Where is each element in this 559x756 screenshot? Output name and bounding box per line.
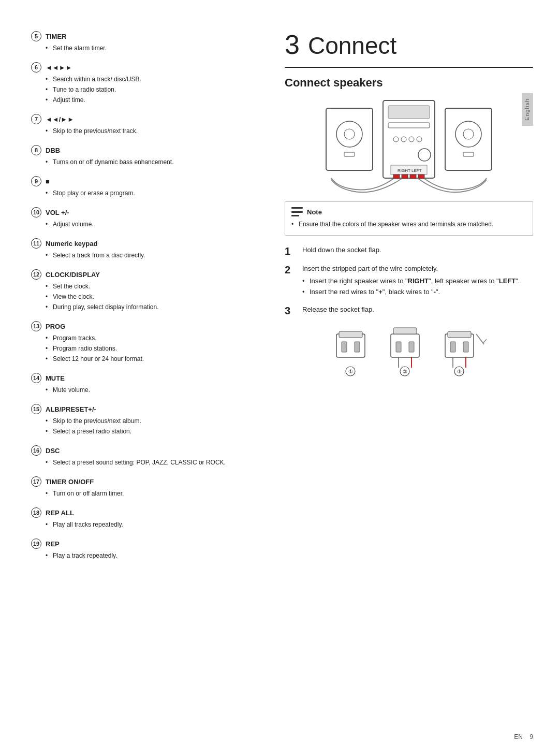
item-header: 6◄◄►► xyxy=(31,62,259,72)
left-item: 19REPPlay a track repeatedly. xyxy=(31,539,259,560)
item-number: 6 xyxy=(31,62,41,72)
item-number: 10 xyxy=(31,207,41,217)
item-bullet: Play all tracks repeatedly. xyxy=(46,520,259,529)
left-item: 11Numeric keypadSelect a track from a di… xyxy=(31,238,259,260)
item-bullet: Program radio stations. xyxy=(46,344,259,353)
step-content: Release the socket flap. xyxy=(302,304,374,317)
step-content: Hold down the socket flap. xyxy=(302,245,381,257)
item-number: 5 xyxy=(31,31,41,41)
item-bullet: Select a track from a disc directly. xyxy=(46,251,259,260)
item-header: 13PROG xyxy=(31,321,259,331)
left-item: 17TIMER ON/OFFTurn on or off alarm timer… xyxy=(31,476,259,498)
item-number: 9 xyxy=(31,176,41,186)
step-item: 2Insert the stripped part of the wire co… xyxy=(285,264,533,298)
svg-rect-28 xyxy=(391,334,419,357)
left-column: 5TIMERSet the alarm timer.6◄◄►► Search w… xyxy=(31,31,274,725)
left-item: 10VOL +/-Adjust volume. xyxy=(31,207,259,229)
side-tab: English xyxy=(522,93,533,126)
step-content: Insert the stripped part of the wire com… xyxy=(302,264,520,298)
left-item: 18REP ALLPlay all tracks repeatedly. xyxy=(31,507,259,529)
left-item: 5TIMERSet the alarm timer. xyxy=(31,31,259,53)
item-number: 17 xyxy=(31,476,41,487)
chapter-number: 3 xyxy=(285,31,300,58)
left-item: 15ALB/PRESET+/-Skip to the previous/next… xyxy=(31,404,259,436)
item-bullets: Skip to the previous/next track. xyxy=(46,126,259,136)
item-bullet: Select 12 hour or 24 hour format. xyxy=(46,354,259,364)
item-number: 8 xyxy=(31,145,41,155)
item-bullets: Select a track from a disc directly. xyxy=(46,251,259,260)
svg-rect-14 xyxy=(393,175,400,179)
item-header: 14MUTE xyxy=(31,373,259,383)
item-header: 12CLOCK/DISPLAY xyxy=(31,269,259,280)
svg-rect-29 xyxy=(393,328,417,334)
note-bullet: Ensure that the colors of the speaker wi… xyxy=(291,220,526,229)
note-box: Note Ensure that the colors of the speak… xyxy=(285,201,533,236)
chapter-heading: 3 Connect xyxy=(285,31,533,63)
step-sub-bullet: Insert the right speaker wires to "RIGHT… xyxy=(302,276,520,286)
item-header: 8DBB xyxy=(31,145,259,155)
item-bullet: Select a preset radio station. xyxy=(46,427,259,436)
item-title: ◄◄/►► xyxy=(46,115,74,123)
item-bullet: Turn on or off alarm timer. xyxy=(46,489,259,498)
svg-rect-16 xyxy=(410,175,416,179)
left-item: 6◄◄►► Search within a track/ disc/USB.Tu… xyxy=(31,62,259,105)
svg-line-42 xyxy=(476,334,484,344)
svg-rect-38 xyxy=(450,342,455,352)
item-bullets: Set the alarm timer. xyxy=(46,43,259,53)
item-title: Numeric keypad xyxy=(46,240,97,248)
svg-rect-37 xyxy=(448,331,471,338)
socket-steps-diagram: ① ② xyxy=(285,326,533,378)
note-bullets: Ensure that the colors of the speaker wi… xyxy=(291,220,526,229)
item-bullets: Play all tracks repeatedly. xyxy=(46,520,259,529)
svg-rect-24 xyxy=(342,342,347,352)
note-header: Note xyxy=(291,207,526,216)
item-bullet: Set the alarm timer. xyxy=(46,43,259,53)
item-header: 10VOL +/- xyxy=(31,207,259,217)
page-footer: EN 9 xyxy=(514,733,533,740)
item-title: DBB xyxy=(46,147,60,154)
item-header: 9■ xyxy=(31,176,259,186)
item-title: REP ALL xyxy=(46,509,74,517)
steps-list: 1Hold down the socket flap.2Insert the s… xyxy=(285,245,533,317)
left-item: 12CLOCK/DISPLAYSet the clock.View the cl… xyxy=(31,269,259,312)
item-bullet: Adjust volume. xyxy=(46,220,259,229)
section-title: Connect speakers xyxy=(285,76,533,90)
footer-page: 9 xyxy=(529,733,533,740)
item-bullets: Turn on or off alarm timer. xyxy=(46,489,259,498)
speaker-diagram: RIGHT LEFT xyxy=(285,98,533,201)
item-bullets: Skip to the previous/next album.Select a… xyxy=(46,416,259,436)
item-bullets: Program tracks.Program radio stations.Se… xyxy=(46,333,259,364)
item-bullets: Set the clock.View the clock.During play… xyxy=(46,282,259,312)
step-number: 3 xyxy=(285,304,296,317)
item-bullet: Stop play or erase a program. xyxy=(46,188,259,198)
left-item: 7◄◄/►► Skip to the previous/next track. xyxy=(31,114,259,136)
step-item: 3Release the socket flap. xyxy=(285,304,533,317)
item-header: 17TIMER ON/OFF xyxy=(31,476,259,487)
item-number: 18 xyxy=(31,507,41,518)
item-title: PROG xyxy=(46,323,65,330)
left-item: 13PROGProgram tracks.Program radio stati… xyxy=(31,321,259,364)
svg-rect-30 xyxy=(396,342,401,352)
chapter-divider xyxy=(285,67,533,68)
item-bullets: Stop play or erase a program. xyxy=(46,188,259,198)
item-bullets: Search within a track/ disc/USB.Tune to … xyxy=(46,75,259,105)
note-icon xyxy=(291,207,303,216)
item-title: CLOCK/DISPLAY xyxy=(46,271,100,279)
item-bullet: Program tracks. xyxy=(46,333,259,343)
svg-rect-17 xyxy=(418,175,424,179)
item-header: 15ALB/PRESET+/- xyxy=(31,404,259,414)
item-title: DSC xyxy=(46,447,60,455)
item-header: 11Numeric keypad xyxy=(31,238,259,249)
footer-lang: EN xyxy=(514,733,523,740)
step-number: 2 xyxy=(285,264,296,298)
item-bullet: During play, select display information. xyxy=(46,302,259,312)
svg-text:①: ① xyxy=(348,369,353,374)
svg-text:RIGHT LEFT: RIGHT LEFT xyxy=(398,168,422,173)
item-bullet: Skip to the previous/next album. xyxy=(46,416,259,426)
step-sub-bullet: Insert the red wires to "+", black wires… xyxy=(302,287,520,297)
item-title: TIMER ON/OFF xyxy=(46,478,94,486)
item-header: 19REP xyxy=(31,539,259,549)
item-bullets: Select a preset sound setting: POP, JAZZ… xyxy=(46,458,259,467)
item-title: REP xyxy=(46,540,60,548)
item-bullets: Adjust volume. xyxy=(46,220,259,229)
